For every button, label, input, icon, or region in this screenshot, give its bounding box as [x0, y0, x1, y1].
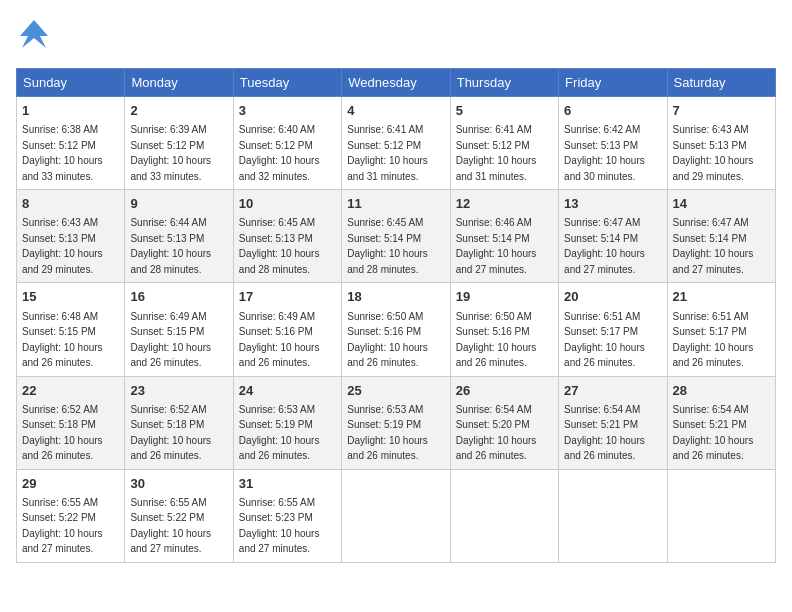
day-detail: Sunrise: 6:54 AMSunset: 5:21 PMDaylight:…: [673, 404, 754, 462]
calendar-week-row: 22 Sunrise: 6:52 AMSunset: 5:18 PMDaylig…: [17, 376, 776, 469]
calendar-week-row: 29 Sunrise: 6:55 AMSunset: 5:22 PMDaylig…: [17, 469, 776, 562]
day-detail: Sunrise: 6:41 AMSunset: 5:12 PMDaylight:…: [347, 124, 428, 182]
day-number: 21: [673, 288, 770, 306]
calendar-day-cell: 25 Sunrise: 6:53 AMSunset: 5:19 PMDaylig…: [342, 376, 450, 469]
day-detail: Sunrise: 6:53 AMSunset: 5:19 PMDaylight:…: [239, 404, 320, 462]
calendar-body: 1 Sunrise: 6:38 AMSunset: 5:12 PMDayligh…: [17, 97, 776, 563]
calendar-day-cell: 10 Sunrise: 6:45 AMSunset: 5:13 PMDaylig…: [233, 190, 341, 283]
day-number: 31: [239, 475, 336, 493]
day-detail: Sunrise: 6:43 AMSunset: 5:13 PMDaylight:…: [673, 124, 754, 182]
weekday-header-cell: Tuesday: [233, 69, 341, 97]
calendar-week-row: 1 Sunrise: 6:38 AMSunset: 5:12 PMDayligh…: [17, 97, 776, 190]
weekday-header-cell: Wednesday: [342, 69, 450, 97]
calendar-day-cell: 11 Sunrise: 6:45 AMSunset: 5:14 PMDaylig…: [342, 190, 450, 283]
weekday-header-row: SundayMondayTuesdayWednesdayThursdayFrid…: [17, 69, 776, 97]
calendar-day-cell: 2 Sunrise: 6:39 AMSunset: 5:12 PMDayligh…: [125, 97, 233, 190]
calendar-day-cell: 7 Sunrise: 6:43 AMSunset: 5:13 PMDayligh…: [667, 97, 775, 190]
day-number: 3: [239, 102, 336, 120]
day-number: 13: [564, 195, 661, 213]
day-detail: Sunrise: 6:46 AMSunset: 5:14 PMDaylight:…: [456, 217, 537, 275]
day-number: 5: [456, 102, 553, 120]
calendar-day-cell: 8 Sunrise: 6:43 AMSunset: 5:13 PMDayligh…: [17, 190, 125, 283]
day-number: 12: [456, 195, 553, 213]
calendar-day-cell: 27 Sunrise: 6:54 AMSunset: 5:21 PMDaylig…: [559, 376, 667, 469]
calendar-day-cell: 18 Sunrise: 6:50 AMSunset: 5:16 PMDaylig…: [342, 283, 450, 376]
day-number: 27: [564, 382, 661, 400]
day-detail: Sunrise: 6:44 AMSunset: 5:13 PMDaylight:…: [130, 217, 211, 275]
day-number: 2: [130, 102, 227, 120]
day-detail: Sunrise: 6:52 AMSunset: 5:18 PMDaylight:…: [130, 404, 211, 462]
day-number: 19: [456, 288, 553, 306]
day-number: 28: [673, 382, 770, 400]
calendar-day-cell: 30 Sunrise: 6:55 AMSunset: 5:22 PMDaylig…: [125, 469, 233, 562]
calendar-day-cell: 22 Sunrise: 6:52 AMSunset: 5:18 PMDaylig…: [17, 376, 125, 469]
weekday-header-cell: Thursday: [450, 69, 558, 97]
calendar-day-cell: 15 Sunrise: 6:48 AMSunset: 5:15 PMDaylig…: [17, 283, 125, 376]
day-number: 9: [130, 195, 227, 213]
day-number: 1: [22, 102, 119, 120]
day-detail: Sunrise: 6:55 AMSunset: 5:22 PMDaylight:…: [22, 497, 103, 555]
day-detail: Sunrise: 6:38 AMSunset: 5:12 PMDaylight:…: [22, 124, 103, 182]
calendar-day-cell: 21 Sunrise: 6:51 AMSunset: 5:17 PMDaylig…: [667, 283, 775, 376]
day-detail: Sunrise: 6:43 AMSunset: 5:13 PMDaylight:…: [22, 217, 103, 275]
day-number: 18: [347, 288, 444, 306]
calendar-day-cell: 20 Sunrise: 6:51 AMSunset: 5:17 PMDaylig…: [559, 283, 667, 376]
day-number: 16: [130, 288, 227, 306]
day-number: 29: [22, 475, 119, 493]
calendar-day-cell: 23 Sunrise: 6:52 AMSunset: 5:18 PMDaylig…: [125, 376, 233, 469]
calendar-day-cell: 17 Sunrise: 6:49 AMSunset: 5:16 PMDaylig…: [233, 283, 341, 376]
day-number: 22: [22, 382, 119, 400]
day-detail: Sunrise: 6:42 AMSunset: 5:13 PMDaylight:…: [564, 124, 645, 182]
day-number: 17: [239, 288, 336, 306]
day-detail: Sunrise: 6:50 AMSunset: 5:16 PMDaylight:…: [456, 311, 537, 369]
calendar-day-cell: 16 Sunrise: 6:49 AMSunset: 5:15 PMDaylig…: [125, 283, 233, 376]
day-detail: Sunrise: 6:39 AMSunset: 5:12 PMDaylight:…: [130, 124, 211, 182]
day-number: 30: [130, 475, 227, 493]
day-detail: Sunrise: 6:45 AMSunset: 5:14 PMDaylight:…: [347, 217, 428, 275]
day-number: 4: [347, 102, 444, 120]
day-detail: Sunrise: 6:45 AMSunset: 5:13 PMDaylight:…: [239, 217, 320, 275]
day-number: 8: [22, 195, 119, 213]
calendar-day-cell: 9 Sunrise: 6:44 AMSunset: 5:13 PMDayligh…: [125, 190, 233, 283]
calendar-day-cell: 31 Sunrise: 6:55 AMSunset: 5:23 PMDaylig…: [233, 469, 341, 562]
calendar-table: SundayMondayTuesdayWednesdayThursdayFrid…: [16, 68, 776, 563]
day-detail: Sunrise: 6:41 AMSunset: 5:12 PMDaylight:…: [456, 124, 537, 182]
logo-icon: [16, 16, 52, 52]
day-detail: Sunrise: 6:51 AMSunset: 5:17 PMDaylight:…: [673, 311, 754, 369]
day-number: 6: [564, 102, 661, 120]
day-number: 10: [239, 195, 336, 213]
day-number: 25: [347, 382, 444, 400]
day-detail: Sunrise: 6:52 AMSunset: 5:18 PMDaylight:…: [22, 404, 103, 462]
day-detail: Sunrise: 6:54 AMSunset: 5:21 PMDaylight:…: [564, 404, 645, 462]
calendar-day-cell: 26 Sunrise: 6:54 AMSunset: 5:20 PMDaylig…: [450, 376, 558, 469]
calendar-day-cell: [559, 469, 667, 562]
day-detail: Sunrise: 6:55 AMSunset: 5:23 PMDaylight:…: [239, 497, 320, 555]
calendar-day-cell: [450, 469, 558, 562]
calendar-day-cell: 6 Sunrise: 6:42 AMSunset: 5:13 PMDayligh…: [559, 97, 667, 190]
calendar-day-cell: [342, 469, 450, 562]
weekday-header-cell: Saturday: [667, 69, 775, 97]
day-detail: Sunrise: 6:55 AMSunset: 5:22 PMDaylight:…: [130, 497, 211, 555]
calendar-day-cell: 1 Sunrise: 6:38 AMSunset: 5:12 PMDayligh…: [17, 97, 125, 190]
day-number: 14: [673, 195, 770, 213]
calendar-day-cell: 12 Sunrise: 6:46 AMSunset: 5:14 PMDaylig…: [450, 190, 558, 283]
day-number: 7: [673, 102, 770, 120]
calendar-day-cell: 29 Sunrise: 6:55 AMSunset: 5:22 PMDaylig…: [17, 469, 125, 562]
day-number: 15: [22, 288, 119, 306]
day-number: 11: [347, 195, 444, 213]
calendar-day-cell: 4 Sunrise: 6:41 AMSunset: 5:12 PMDayligh…: [342, 97, 450, 190]
day-detail: Sunrise: 6:50 AMSunset: 5:16 PMDaylight:…: [347, 311, 428, 369]
day-number: 26: [456, 382, 553, 400]
weekday-header-cell: Monday: [125, 69, 233, 97]
weekday-header-cell: Sunday: [17, 69, 125, 97]
day-number: 20: [564, 288, 661, 306]
svg-marker-0: [20, 20, 48, 48]
calendar-week-row: 15 Sunrise: 6:48 AMSunset: 5:15 PMDaylig…: [17, 283, 776, 376]
calendar-day-cell: [667, 469, 775, 562]
day-detail: Sunrise: 6:47 AMSunset: 5:14 PMDaylight:…: [564, 217, 645, 275]
day-detail: Sunrise: 6:40 AMSunset: 5:12 PMDaylight:…: [239, 124, 320, 182]
page-header: [16, 16, 776, 56]
day-detail: Sunrise: 6:54 AMSunset: 5:20 PMDaylight:…: [456, 404, 537, 462]
day-detail: Sunrise: 6:49 AMSunset: 5:16 PMDaylight:…: [239, 311, 320, 369]
calendar-day-cell: 3 Sunrise: 6:40 AMSunset: 5:12 PMDayligh…: [233, 97, 341, 190]
